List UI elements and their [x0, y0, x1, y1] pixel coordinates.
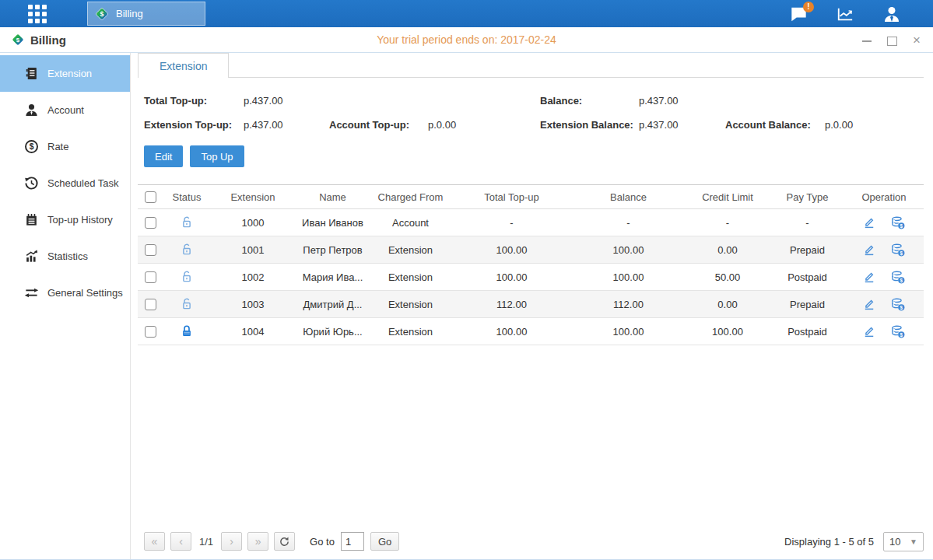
extension-balance-label: Extension Balance: [540, 119, 639, 131]
table-row: 1001 Петр Петров Extension 100.00 100.00… [138, 236, 924, 264]
svg-text:$: $ [900, 304, 903, 310]
cell-name: Мария Ива... [296, 264, 370, 291]
lock-open-icon [180, 297, 194, 309]
topup-row-icon[interactable]: $ [891, 243, 906, 257]
maximize-icon[interactable] [886, 35, 897, 46]
cell-extension: 1000 [210, 209, 296, 236]
table-header-row: Status Extension Name Charged From Total… [138, 185, 924, 209]
taskbar-tab-billing[interactable]: $ Billing [87, 2, 205, 26]
cell-pay-type: - [770, 209, 844, 236]
cell-credit-limit: 0.00 [685, 291, 770, 318]
chevron-down-icon: ▼ [910, 537, 917, 546]
sidebar-item-scheduled-task[interactable]: Scheduled Task [0, 165, 130, 201]
sidebar-item-account[interactable]: Account [0, 92, 130, 128]
rate-icon: $ [24, 139, 39, 154]
topup-row-icon[interactable]: $ [891, 297, 906, 312]
svg-text:$: $ [30, 142, 34, 151]
messages-icon[interactable]: ! [788, 5, 808, 23]
cell-pay-type: Postpaid [770, 318, 844, 345]
taskbar: $ Billing ! [0, 0, 933, 27]
prev-page-button[interactable]: ‹ [170, 532, 191, 551]
billing-window-icon: $ [11, 33, 25, 47]
col-status: Status [163, 185, 210, 209]
total-topup-label: Total Top-up: [144, 95, 244, 107]
cell-total-topup: 112.00 [451, 291, 572, 318]
refresh-button[interactable] [274, 532, 295, 551]
col-extension: Extension [210, 185, 296, 209]
next-page-button[interactable]: › [221, 532, 242, 551]
col-credit-limit: Credit Limit [685, 185, 770, 209]
statistics-icon [24, 249, 39, 264]
row-checkbox[interactable] [145, 326, 156, 338]
sidebar-item-rate[interactable]: $ Rate [0, 128, 130, 165]
cell-credit-limit: - [685, 209, 770, 236]
row-checkbox[interactable] [145, 217, 156, 229]
cell-name: Дмитрий Д... [296, 291, 370, 318]
topup-row-icon[interactable]: $ [891, 324, 906, 339]
sidebar-item-general-settings[interactable]: General Settings [0, 275, 130, 311]
cell-extension: 1001 [210, 236, 296, 264]
last-page-button[interactable]: » [247, 532, 268, 551]
sidebar-item-topup-history[interactable]: Top-up History [0, 201, 130, 238]
topup-row-icon[interactable]: $ [891, 215, 906, 230]
sidebar-item-extension[interactable]: Extension [0, 55, 130, 92]
select-all-checkbox[interactable] [145, 191, 156, 203]
edit-row-icon[interactable] [862, 243, 876, 257]
main-content: Extension Total Top-up: p.437.00 Balance… [131, 53, 933, 559]
cell-balance: 112.00 [572, 291, 685, 318]
go-button[interactable]: Go [370, 532, 399, 551]
col-balance: Balance [572, 185, 685, 209]
account-balance-label: Account Balance: [725, 119, 825, 131]
edit-row-icon[interactable] [862, 215, 876, 229]
balance-label: Balance: [540, 95, 639, 107]
edit-row-icon[interactable] [862, 270, 876, 284]
col-charged-from: Charged From [370, 185, 451, 209]
notification-badge: ! [803, 2, 814, 12]
monitor-chart-icon[interactable] [835, 5, 855, 23]
cell-name: Петр Петров [296, 236, 370, 264]
taskbar-tab-label: Billing [116, 8, 143, 19]
cell-pay-type: Postpaid [770, 264, 844, 291]
col-operation: Operation [844, 185, 924, 209]
edit-row-icon[interactable] [862, 324, 876, 338]
extension-topup-value: p.437.00 [244, 119, 329, 131]
svg-text:$: $ [900, 277, 903, 283]
svg-text:$: $ [100, 10, 104, 18]
topup-button[interactable]: Top Up [190, 145, 244, 167]
svg-text:$: $ [16, 37, 20, 44]
cell-name: Юрий Юрь... [296, 318, 370, 345]
app-grid-icon[interactable] [28, 5, 47, 23]
cell-balance: 100.00 [572, 318, 685, 345]
row-checkbox[interactable] [145, 299, 156, 310]
cell-credit-limit: 100.00 [685, 318, 770, 345]
page-indicator: 1/1 [199, 536, 213, 548]
minimize-icon[interactable] [861, 35, 872, 46]
first-page-button[interactable]: « [144, 532, 165, 551]
sidebar-item-statistics[interactable]: Statistics [0, 238, 130, 275]
account-icon [24, 103, 39, 117]
extension-balance-value: p.437.00 [639, 119, 725, 131]
edit-row-icon[interactable] [862, 297, 876, 311]
lock-closed-icon [180, 324, 194, 336]
account-topup-value: p.0.00 [428, 119, 540, 131]
extension-topup-label: Extension Top-up: [144, 119, 244, 131]
topup-row-icon[interactable]: $ [891, 270, 906, 285]
user-account-icon[interactable] [882, 5, 902, 23]
page-size-select[interactable]: 10 ▼ [883, 532, 924, 551]
close-icon[interactable]: × [911, 35, 922, 46]
cell-extension: 1002 [210, 264, 296, 291]
goto-page-input[interactable] [341, 532, 364, 551]
trial-notice: Your trial period ends on: 2017-02-24 [0, 33, 933, 46]
tab-extension[interactable]: Extension [138, 53, 229, 78]
edit-button[interactable]: Edit [144, 145, 183, 167]
goto-label: Go to [310, 536, 335, 548]
row-checkbox[interactable] [145, 244, 156, 256]
table-row: 1000 Иван Иванов Account - - - - $ [138, 209, 924, 236]
taskbar-right-icons: ! [788, 0, 902, 27]
svg-text:$: $ [900, 331, 903, 338]
cell-name: Иван Иванов [296, 209, 370, 236]
row-checkbox[interactable] [145, 271, 156, 283]
cell-charged-from: Extension [370, 236, 451, 264]
cell-total-topup: - [451, 209, 572, 236]
action-buttons: Edit Top Up [144, 145, 924, 167]
